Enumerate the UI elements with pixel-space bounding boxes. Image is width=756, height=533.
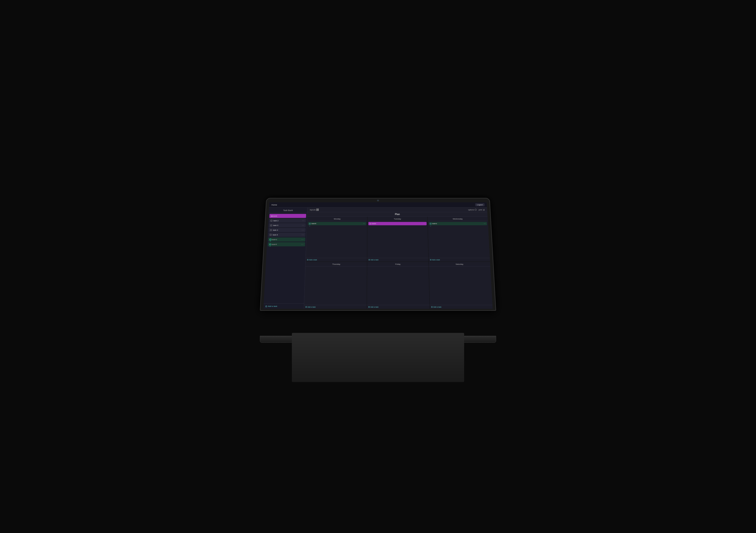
calendar-grid: Monday task 5 ···: [304, 216, 493, 309]
wednesday-tasks: task 1 ···: [428, 221, 490, 258]
day-tuesday: Tuesday ◎ event ···: [367, 216, 428, 262]
camera: [377, 200, 379, 201]
sidebar-title: Task Bank: [269, 208, 307, 213]
friday-footer: Add a task: [367, 305, 430, 309]
sidebar-item-task3-menu[interactable]: ···: [302, 224, 304, 226]
top-bar: Home Logout: [269, 202, 487, 208]
monday-task5[interactable]: task 5 ···: [308, 222, 366, 225]
sidebar-item-task6-menu[interactable]: ···: [302, 234, 304, 236]
monday-add-label: Add a task: [309, 259, 317, 261]
saturday-footer: Add a task: [430, 305, 493, 309]
print-label: print: [479, 209, 482, 211]
sidebar-item-task1-label: task 1: [272, 239, 302, 241]
sidebar-item-task3-label: task 3: [273, 224, 302, 226]
logout-button[interactable]: Logout: [475, 203, 485, 206]
sidebar-item-task5-menu[interactable]: ···: [301, 243, 304, 245]
task3-checkbox[interactable]: [270, 224, 272, 226]
task1-checkbox[interactable]: [269, 239, 271, 240]
content-area: layouts options: [304, 208, 493, 309]
tuesday-header: Tuesday: [367, 216, 427, 221]
sidebar-item-task6-label: task 6: [273, 234, 302, 236]
thursday-add-label: Add a task: [307, 306, 315, 308]
wednesday-task1-label: task 1: [432, 222, 484, 224]
monday-task5-menu[interactable]: ···: [363, 222, 365, 224]
day-saturday: Saturday Add a task: [429, 262, 493, 309]
wednesday-add-task[interactable]: Add a task: [430, 259, 489, 261]
saturday-tasks: [429, 266, 493, 305]
sidebar-footer: Add a task: [263, 303, 304, 309]
sidebar-item-event-label: event: [272, 215, 302, 217]
pedestal: [292, 333, 464, 382]
day-thursday: Thursday Add a task: [304, 262, 367, 309]
monday-add-task[interactable]: Add a task: [307, 259, 365, 261]
monday-add-checkbox: [307, 259, 308, 260]
wednesday-task1[interactable]: task 1 ···: [429, 222, 487, 225]
day-monday: Monday task 5 ···: [306, 216, 367, 262]
friday-add-task[interactable]: Add a task: [368, 306, 428, 308]
saturday-add-label: Add a task: [433, 306, 442, 308]
options-label: options: [468, 209, 474, 211]
sidebar-item-task2-menu[interactable]: ···: [302, 219, 305, 222]
wednesday-task1-check[interactable]: [430, 223, 431, 224]
sidebar-add-task-checkbox: [265, 306, 267, 307]
sidebar-item-task3[interactable]: task 3 ···: [269, 223, 306, 227]
tuesday-add-checkbox: [369, 259, 370, 260]
wednesday-task1-menu[interactable]: ···: [484, 222, 486, 224]
content-header: layouts options: [307, 208, 487, 212]
sidebar-item-task6[interactable]: task 6 ···: [268, 233, 306, 237]
main-area: Task Bank ◎ event ··· task 2: [263, 208, 493, 309]
day-friday: Friday Add a task: [367, 262, 430, 309]
sidebar-item-event-menu[interactable]: ···: [302, 215, 305, 217]
saturday-header: Saturday: [429, 262, 490, 266]
friday-header: Friday: [367, 262, 429, 266]
options-button[interactable]: options: [468, 209, 477, 211]
sidebar-add-task-label: Add a task: [268, 305, 277, 307]
sidebar-item-task1-menu[interactable]: ···: [301, 239, 304, 241]
layouts-button[interactable]: layouts: [310, 209, 319, 211]
friday-add-label: Add a task: [370, 306, 378, 308]
sidebar-item-task2[interactable]: task 2 ···: [269, 218, 306, 222]
friday-add-checkbox: [368, 306, 370, 308]
monday-task5-check[interactable]: [309, 223, 310, 224]
sidebar-add-task[interactable]: Add a task: [265, 305, 302, 307]
sidebar-items: ◎ event ··· task 2 ···: [264, 213, 307, 304]
sidebar-item-task4-label: task 4: [273, 229, 302, 231]
saturday-add-task[interactable]: Add a task: [431, 306, 491, 308]
day-wednesday: Wednesday task 1 ···: [428, 216, 490, 262]
laptop-lid: Home Logout Task Bank ◎ event ···: [260, 198, 496, 311]
task6-checkbox[interactable]: [270, 234, 271, 236]
wednesday-add-checkbox: [430, 259, 431, 260]
wednesday-add-label: Add a task: [432, 259, 440, 261]
tuesday-add-task[interactable]: Add a task: [369, 259, 427, 261]
saturday-add-checkbox: [431, 306, 433, 308]
sidebar-item-task4-menu[interactable]: ···: [302, 229, 304, 231]
tuesday-add-label: Add a task: [371, 259, 378, 261]
grid-icon: [316, 209, 319, 211]
thursday-footer: Add a task: [304, 305, 367, 309]
tuesday-event-menu[interactable]: ···: [423, 222, 425, 224]
tuesday-footer: Add a task: [367, 258, 428, 262]
task2-checkbox[interactable]: [270, 220, 272, 221]
thursday-add-task[interactable]: Add a task: [306, 306, 365, 308]
layouts-label: layouts: [310, 209, 316, 211]
plan-title: Plan: [307, 212, 488, 216]
screen: Home Logout Task Bank ◎ event ···: [263, 202, 493, 309]
sidebar-item-event[interactable]: ◎ event ···: [269, 214, 306, 218]
print-button[interactable]: print 🖨: [479, 209, 485, 211]
sidebar-item-task1[interactable]: task 1 ···: [268, 238, 305, 242]
task5-checkbox[interactable]: [269, 243, 271, 245]
task4-checkbox[interactable]: [270, 229, 272, 231]
tuesday-event-label: event: [372, 222, 423, 224]
home-link[interactable]: Home: [271, 204, 277, 206]
wednesday-footer: Add a task: [429, 258, 490, 262]
tuesday-event-icon: ◎: [369, 223, 371, 224]
tuesday-event[interactable]: ◎ event ···: [368, 222, 427, 225]
monday-task5-label: task 5: [311, 222, 363, 224]
sidebar-item-task5[interactable]: task 5 ···: [268, 242, 305, 246]
thursday-tasks: [304, 266, 367, 305]
wednesday-header: Wednesday: [428, 216, 488, 221]
sidebar-item-task4[interactable]: task 4 ···: [268, 228, 306, 232]
print-icon: 🖨: [483, 209, 485, 211]
sidebar-item-task2-label: task 2: [273, 219, 302, 221]
tuesday-tasks: ◎ event ···: [367, 221, 428, 258]
